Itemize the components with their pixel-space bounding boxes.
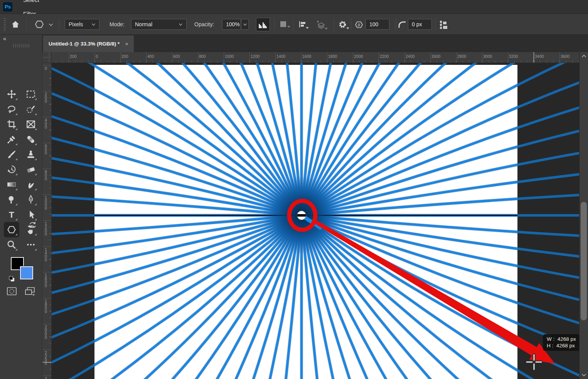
collapse-panel-icon[interactable]: «	[3, 35, 7, 42]
separator	[293, 18, 293, 30]
transform-size-tooltip: W : 4268 pxH : 4268 px	[543, 334, 579, 351]
path-alignment-button[interactable]	[298, 20, 307, 29]
document-tab-title: Untitled-1 @ 33.3% (RGB/8) *	[49, 41, 120, 47]
scrollbar-thumb[interactable]	[581, 202, 587, 320]
ruler-label: 200	[121, 54, 128, 59]
ruler-horizontal[interactable]: 2000200400600800100012001400160018002000…	[52, 52, 579, 63]
ruler-tick	[327, 52, 327, 63]
tool-eraser[interactable]	[24, 163, 37, 176]
ruler-label: 0	[44, 67, 47, 70]
tool-move[interactable]	[5, 88, 18, 101]
tool-marquee[interactable]	[24, 88, 37, 101]
opacity-input[interactable]: 100%	[222, 19, 241, 30]
separator	[26, 18, 27, 30]
ruler-vertical[interactable]: 0200400600800100012001400160018002000220…	[42, 63, 52, 379]
tool-path-selection[interactable]	[24, 208, 37, 221]
default-colors-icon[interactable]	[8, 276, 15, 283]
document-tab[interactable]: Untitled-1 @ 33.3% (RGB/8) * ×	[43, 36, 134, 52]
quick-mask-button[interactable]	[7, 286, 17, 296]
tool-dodge[interactable]	[5, 193, 18, 206]
canvas-viewport[interactable]: W : 4268 pxH : 4268 px	[52, 63, 579, 379]
options-bar-grip[interactable]	[4, 18, 6, 30]
tool-eyedropper[interactable]	[5, 133, 18, 146]
tool-object-selection[interactable]	[24, 103, 37, 116]
chevron-down-icon	[91, 23, 96, 26]
ruler-label: 400	[44, 118, 47, 129]
tool-history-brush[interactable]	[5, 163, 18, 176]
corner-radius-input[interactable]: 0 px	[408, 19, 432, 30]
tool-flyout-indicator	[15, 233, 17, 235]
ruler-label: 600	[44, 144, 47, 155]
tool-preset-button[interactable]	[34, 19, 45, 30]
tool-flyout-indicator	[35, 113, 37, 115]
tool-more-tools[interactable]	[24, 238, 37, 251]
tool-clone-stamp[interactable]	[24, 148, 37, 161]
additional-settings-button[interactable]	[439, 19, 449, 30]
ruler-label: 800	[199, 54, 206, 59]
tool-frame[interactable]	[24, 118, 37, 131]
tool-zoom[interactable]	[5, 238, 18, 251]
scroll-up-icon[interactable]	[581, 54, 586, 58]
ruler-tick	[42, 169, 52, 169]
polygon-sides-icon-wrap: #	[354, 20, 364, 30]
ruler-tick	[42, 324, 52, 324]
vertical-scrollbar[interactable]	[579, 52, 588, 379]
polygon-sides-value: 100	[369, 21, 378, 27]
path-arrangement-button[interactable]	[316, 20, 326, 30]
corner-radius-value: 0 px	[412, 21, 422, 27]
tool-flyout-indicator	[35, 173, 37, 175]
ruler-origin-box[interactable]	[42, 52, 52, 63]
tool-brush[interactable]	[5, 148, 18, 161]
tool-type[interactable]: T	[5, 208, 18, 221]
ruler-label: 1200	[251, 54, 259, 59]
photoshop-window: Ps FileEditImageLayerTypeSelectFilter3DV…	[0, 0, 588, 379]
tool-smudge[interactable]	[24, 178, 37, 191]
tool-lasso[interactable]	[5, 103, 18, 116]
tool-flyout-indicator	[15, 218, 17, 220]
document-tab-bar: Untitled-1 @ 33.3% (RGB/8) * ×	[42, 35, 588, 52]
menu-item-select[interactable]: Select	[18, 0, 49, 7]
square-swatch-icon	[279, 20, 288, 29]
document-canvas[interactable]	[52, 63, 579, 379]
tooltip-height: H : 4268 px	[547, 343, 575, 349]
tool-crop[interactable]	[5, 118, 18, 131]
polygon-preset-icon	[34, 19, 45, 30]
ruler-tick	[42, 246, 52, 247]
tool-polygon-shape[interactable]	[5, 223, 18, 236]
opacity-dropdown-button[interactable]	[241, 19, 249, 30]
fill-mode-dropdown[interactable]: Pixels	[65, 19, 99, 30]
tool-flyout-indicator	[35, 98, 37, 100]
tool-pen[interactable]	[24, 193, 37, 206]
ruler-label: 3400	[535, 54, 544, 59]
tool-gradient[interactable]	[5, 178, 18, 191]
chevron-down-icon[interactable]	[49, 23, 53, 26]
swap-colors-icon[interactable]	[29, 221, 37, 229]
scroll-down-icon[interactable]	[581, 373, 586, 377]
corner-radius-icon	[398, 21, 406, 29]
separator	[396, 18, 396, 30]
tool-healing-brush[interactable]	[24, 133, 37, 146]
shape-settings-button[interactable]	[338, 20, 347, 29]
ruler-tick	[42, 143, 52, 143]
chevron-down-icon	[243, 23, 247, 26]
home-button[interactable]	[11, 20, 20, 29]
tool-flyout-indicator	[35, 188, 37, 190]
chevron-down-icon	[179, 23, 183, 26]
ruler-label: 2600	[431, 54, 440, 59]
ruler-tick	[146, 52, 147, 63]
ruler-tick	[353, 52, 353, 63]
shape-swatch-button[interactable]	[279, 20, 288, 29]
tooltip-width: W : 4268 px	[547, 336, 576, 342]
ruler-tick	[456, 52, 457, 63]
blend-mode-dropdown[interactable]: Normal	[131, 19, 187, 30]
ruler-tick	[42, 350, 52, 350]
aliased-pixels-toggle[interactable]	[256, 18, 270, 31]
corner-radius-icon-wrap	[398, 21, 406, 29]
polygon-sides-input[interactable]: 100	[366, 19, 389, 30]
screen-mode-button[interactable]	[24, 286, 36, 297]
close-tab-icon[interactable]: ×	[125, 41, 128, 47]
tool-flyout-indicator	[15, 249, 17, 250]
tools-panel-grip[interactable]	[13, 44, 30, 47]
ruler-label: 2000	[354, 54, 363, 59]
background-color-swatch[interactable]	[20, 266, 33, 279]
